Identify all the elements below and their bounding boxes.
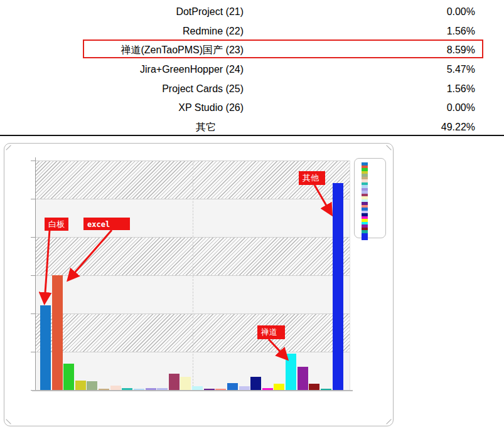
result-label: DotProject (21) xyxy=(0,3,244,22)
bar-20 xyxy=(262,388,273,390)
result-value: 8.59% xyxy=(244,41,504,60)
bar-7 xyxy=(110,386,121,390)
bar-11 xyxy=(157,388,168,390)
chart-panel: 白板 excel 其他 禅道 xyxy=(4,143,394,426)
panel-corner-mark xyxy=(385,418,392,425)
section-divider xyxy=(0,135,504,136)
bar-18 xyxy=(239,386,250,390)
result-value: 5.47% xyxy=(244,60,504,80)
bar-26 xyxy=(333,183,343,390)
axis-tick xyxy=(31,313,35,314)
bar-9 xyxy=(134,389,144,390)
bar-23 xyxy=(298,367,308,390)
bar-15 xyxy=(204,389,215,390)
bar-21 xyxy=(274,384,284,390)
bar-16 xyxy=(215,389,226,390)
annotation-zentao-label: 禅道 xyxy=(257,325,285,339)
panel-corner-mark xyxy=(385,144,392,151)
result-row: XP Studio (26)0.00% xyxy=(0,98,504,118)
bar-19 xyxy=(250,377,261,390)
annotation-excel-label: excel xyxy=(83,218,130,230)
bar-17 xyxy=(227,383,238,390)
bar-1 xyxy=(40,305,51,390)
x-axis xyxy=(32,390,353,391)
bar-12 xyxy=(169,374,180,390)
result-label: Jira+GreenHopper (24) xyxy=(0,60,244,80)
plot-area xyxy=(35,161,350,390)
result-label: 禅道(ZenTaoPMS)国产 (23) xyxy=(0,41,244,60)
axis-tick xyxy=(31,237,35,238)
bar-6 xyxy=(99,389,109,390)
result-row: Jira+GreenHopper (24)5.47% xyxy=(0,60,504,80)
result-row: Redmine (22)1.56% xyxy=(0,22,504,41)
bar-22 xyxy=(286,354,296,390)
bar-10 xyxy=(146,388,156,390)
axis-tick xyxy=(31,161,35,161)
results-table: DotProject (21)0.00%Redmine (22)1.56%禅道(… xyxy=(0,3,504,137)
axis-tick xyxy=(31,199,35,199)
bar-24 xyxy=(309,384,319,390)
result-row: Project Cards (25)1.56% xyxy=(0,80,504,99)
legend xyxy=(354,158,386,238)
result-label: Project Cards (25) xyxy=(0,80,244,99)
bar-25 xyxy=(321,389,331,390)
annotation-whiteboard-label: 白板 xyxy=(45,218,68,231)
axis-tick xyxy=(31,352,35,352)
result-value: 1.56% xyxy=(244,22,504,41)
result-value: 0.00% xyxy=(244,3,504,22)
y-axis xyxy=(35,157,36,391)
axis-tick xyxy=(31,275,35,276)
result-row: DotProject (21)0.00% xyxy=(0,3,504,22)
result-value: 1.56% xyxy=(244,80,504,99)
bar-8 xyxy=(122,388,132,390)
result-label: XP Studio (26) xyxy=(0,98,244,118)
result-label: Redmine (22) xyxy=(0,22,244,41)
bar-14 xyxy=(192,386,203,390)
result-row: 禅道(ZenTaoPMS)国产 (23)8.59% xyxy=(0,41,504,60)
panel-corner-mark xyxy=(5,418,12,425)
bar-3 xyxy=(63,364,74,390)
panel-corner-mark xyxy=(5,144,12,151)
bar-4 xyxy=(75,381,86,390)
bar-5 xyxy=(87,381,97,390)
center-dashed-gridline xyxy=(193,161,193,390)
bar-13 xyxy=(180,377,191,390)
bar-2 xyxy=(52,275,63,390)
annotation-other-label: 其他 xyxy=(299,171,325,185)
legend-swatch-26 xyxy=(362,233,368,240)
result-value: 0.00% xyxy=(244,98,504,118)
